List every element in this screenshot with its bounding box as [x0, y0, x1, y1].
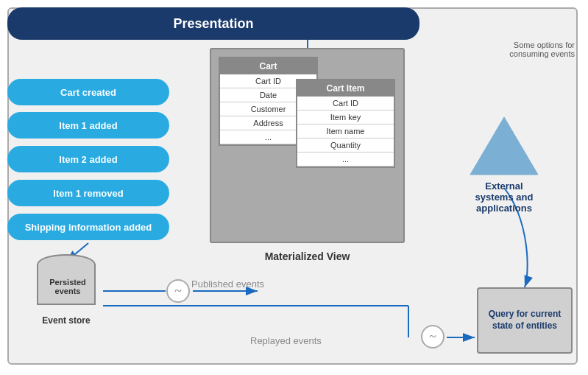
cartitem-row-itemkey: Item key [297, 111, 394, 125]
event-pill-item1-removed: Item 1 removed [7, 180, 169, 206]
event-store-cylinder: Persistedevents [37, 254, 96, 309]
published-tilde: ~ [166, 279, 190, 303]
cart-item-table-header: Cart Item [297, 80, 394, 97]
cart-item-table: Cart Item Cart ID Item key Item name Qua… [296, 79, 395, 168]
published-events-label: Published events [191, 278, 264, 290]
event-pill-shipping-added: Shipping information added [7, 214, 169, 240]
materialized-view-box: Cart Cart ID Date Customer Address ... C… [210, 48, 405, 243]
presentation-label: Presentation [173, 16, 253, 32]
diagram-container: Presentation Cart created Item 1 added I… [0, 0, 588, 375]
options-label: Some options forconsuming events [479, 41, 575, 58]
external-systems-label: Externalsystems andapplications [475, 181, 534, 214]
event-pill-item1-added: Item 1 added [7, 112, 169, 139]
event-pill-cart-created: Cart created [7, 79, 169, 105]
cylinder-body: Persistedevents [37, 264, 96, 305]
external-systems-container: Externalsystems andapplications [456, 114, 552, 214]
cartitem-row-ellipsis: ... [297, 153, 394, 167]
cart-table-header: Cart [220, 58, 316, 74]
replayed-tilde: ~ [421, 325, 444, 348]
svg-marker-8 [470, 117, 538, 175]
presentation-bar: Presentation [7, 7, 419, 40]
cartitem-row-itemname: Item name [297, 125, 394, 139]
event-store-label: Event store [26, 315, 107, 326]
cartitem-row-cartid: Cart ID [297, 97, 394, 111]
materialized-view-label: Materialized View [210, 250, 405, 262]
event-pill-item2-added: Item 2 added [7, 146, 169, 172]
replayed-events-label: Replayed events [250, 335, 322, 346]
external-systems-triangle [467, 114, 541, 178]
cartitem-row-quantity: Quantity [297, 139, 394, 153]
query-box: Query for current state of entities [477, 287, 573, 354]
cylinder-label: Persistedevents [38, 278, 97, 295]
